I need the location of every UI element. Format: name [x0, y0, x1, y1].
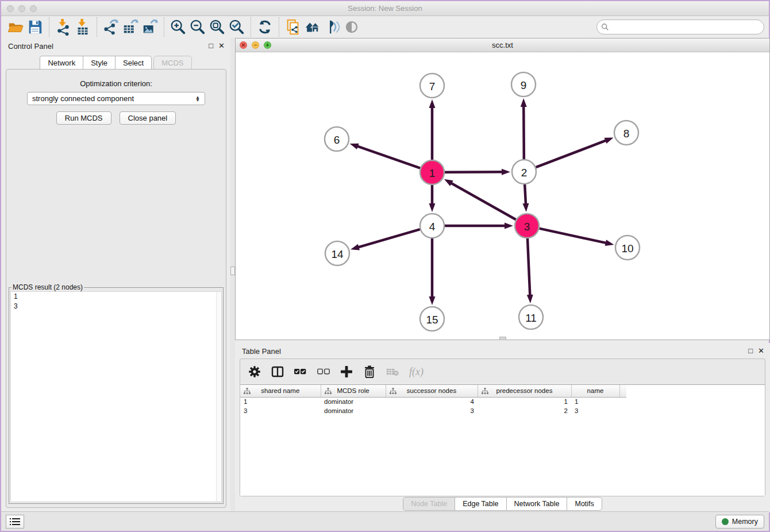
result-scrollbar[interactable]: [216, 292, 221, 502]
select-stepper-icon: ▲▼: [195, 96, 200, 102]
function-builder-icon-disabled: f(x): [409, 366, 424, 378]
toggle-bird-view-button[interactable]: [342, 18, 361, 36]
col-header-mcds-role[interactable]: MCDS role: [321, 385, 386, 397]
cell-name[interactable]: 1: [571, 397, 619, 406]
criterion-select[interactable]: strongly connected component ▲▼: [27, 92, 205, 105]
edge-arrowhead: [527, 295, 533, 303]
import-network-button[interactable]: [53, 18, 73, 36]
graph-node-label: 7: [429, 80, 436, 92]
cell-predecessor-nodes[interactable]: 2: [478, 406, 571, 415]
main-toolbar: [1, 16, 769, 38]
network-canvas[interactable]: 7968124314101511: [236, 52, 769, 340]
table-settings-gear-icon[interactable]: [248, 365, 261, 378]
edge-2-3[interactable]: [525, 184, 526, 205]
col-header-successor-nodes[interactable]: successor nodes: [386, 385, 478, 397]
tab-style[interactable]: Style: [83, 56, 116, 70]
cell-mcds-role[interactable]: dominator: [321, 406, 386, 415]
float-panel-icon[interactable]: □: [209, 42, 213, 49]
edge-arrowhead: [429, 203, 436, 212]
edge-2-9[interactable]: [523, 106, 524, 159]
edge-3-11[interactable]: [528, 238, 530, 296]
unselect-all-columns-icon[interactable]: [317, 365, 330, 378]
table-panel-tabs: Node Table Edge Table Network Table Moti…: [235, 497, 770, 511]
delete-table-icon-disabled: [386, 365, 399, 378]
zoom-in-button[interactable]: [168, 18, 188, 36]
edge-arrowhead: [429, 99, 436, 108]
tab-select[interactable]: Select: [115, 56, 152, 70]
import-table-button[interactable]: [73, 18, 93, 36]
export-image-button[interactable]: [140, 18, 160, 36]
toolbar-separator: [164, 17, 164, 37]
edge-4-14[interactable]: [358, 229, 420, 248]
memory-status-icon: [722, 518, 729, 525]
show-column-selector-icon[interactable]: [271, 365, 284, 378]
search-input[interactable]: [596, 20, 764, 34]
tab-mcds[interactable]: MCDS: [153, 56, 191, 70]
col-header-filler: [619, 385, 626, 397]
tab-network-table[interactable]: Network Table: [506, 497, 568, 511]
edge-2-8[interactable]: [536, 140, 607, 167]
cell-predecessor-nodes[interactable]: 1: [478, 397, 571, 406]
zoom-out-button[interactable]: [188, 18, 207, 36]
divider-grip[interactable]: [230, 267, 235, 275]
mcds-result-list[interactable]: 1 3: [10, 291, 222, 502]
edge-1-2[interactable]: [445, 172, 503, 172]
control-panel: Control Panel □ ✕ Network Style Select M…: [1, 38, 230, 512]
close-panel-button[interactable]: Close panel: [120, 111, 176, 125]
col-header-shared-name[interactable]: shared name: [240, 385, 321, 397]
edge-3-10[interactable]: [539, 229, 606, 243]
memory-label: Memory: [732, 518, 758, 526]
open-session-button[interactable]: [6, 18, 25, 36]
graph-node-label: 1: [429, 167, 436, 179]
network-graph[interactable]: 7968124314101511: [236, 52, 769, 340]
network-window-title: scc.txt: [236, 41, 769, 49]
zoom-out-icon: [189, 18, 206, 36]
zoom-fit-button[interactable]: [207, 18, 227, 36]
export-network-button[interactable]: [101, 18, 121, 36]
tab-edge-table[interactable]: Edge Table: [455, 497, 506, 511]
cell-successor-nodes[interactable]: 3: [386, 406, 478, 415]
graph-node-label: 2: [521, 167, 528, 179]
edge-3-1[interactable]: [451, 183, 516, 219]
zoom-fit-icon: [209, 18, 226, 36]
export-table-button[interactable]: [121, 18, 140, 36]
panel-divider[interactable]: [230, 38, 235, 512]
memory-button[interactable]: Memory: [715, 515, 764, 529]
edge-1-6[interactable]: [357, 146, 420, 168]
export-image-icon: [141, 18, 159, 36]
edge-arrowhead: [605, 240, 614, 246]
show-task-history-button[interactable]: [6, 515, 24, 529]
node-table-scroll-area[interactable]: shared name MCDS role: [240, 384, 765, 496]
apply-layout-button[interactable]: [255, 18, 275, 36]
home-views-button[interactable]: [303, 18, 322, 36]
cell-shared-name[interactable]: 3: [240, 406, 321, 415]
edge-arrowhead: [351, 244, 360, 250]
create-column-plus-icon[interactable]: [340, 365, 353, 378]
cell-mcds-role[interactable]: dominator: [321, 397, 386, 406]
zoom-selected-icon: [228, 18, 245, 36]
graph-node-label: 6: [334, 134, 340, 146]
close-table-panel-icon[interactable]: ✕: [758, 347, 764, 354]
select-all-columns-icon[interactable]: [294, 365, 307, 378]
refresh-icon: [256, 18, 274, 36]
float-table-panel-icon[interactable]: □: [748, 347, 753, 354]
save-session-button[interactable]: [25, 18, 45, 36]
cell-successor-nodes[interactable]: 4: [386, 397, 478, 406]
close-panel-icon[interactable]: ✕: [218, 42, 225, 49]
tab-network[interactable]: Network: [40, 56, 83, 70]
network-view-window: ✕ – + scc.txt 7968124314101511: [235, 38, 770, 340]
cell-name[interactable]: 3: [571, 406, 619, 415]
tab-node-table[interactable]: Node Table: [403, 497, 455, 511]
delete-column-trash-icon[interactable]: [363, 365, 376, 378]
tab-motifs[interactable]: Motifs: [567, 497, 602, 511]
network-window-titlebar[interactable]: ✕ – + scc.txt: [236, 38, 769, 52]
run-mcds-button[interactable]: Run MCDS: [56, 111, 111, 125]
col-header-predecessor-nodes[interactable]: predecessor nodes: [478, 385, 571, 397]
clone-network-button[interactable]: [283, 18, 303, 36]
cell-shared-name[interactable]: 1: [240, 397, 321, 406]
show-graphics-details-button[interactable]: [322, 18, 342, 36]
col-header-name[interactable]: name: [571, 385, 619, 397]
optimization-criterion-label: Optimization criterion:: [6, 79, 226, 88]
network-resize-grip[interactable]: [499, 337, 506, 340]
zoom-selected-button[interactable]: [227, 18, 247, 36]
